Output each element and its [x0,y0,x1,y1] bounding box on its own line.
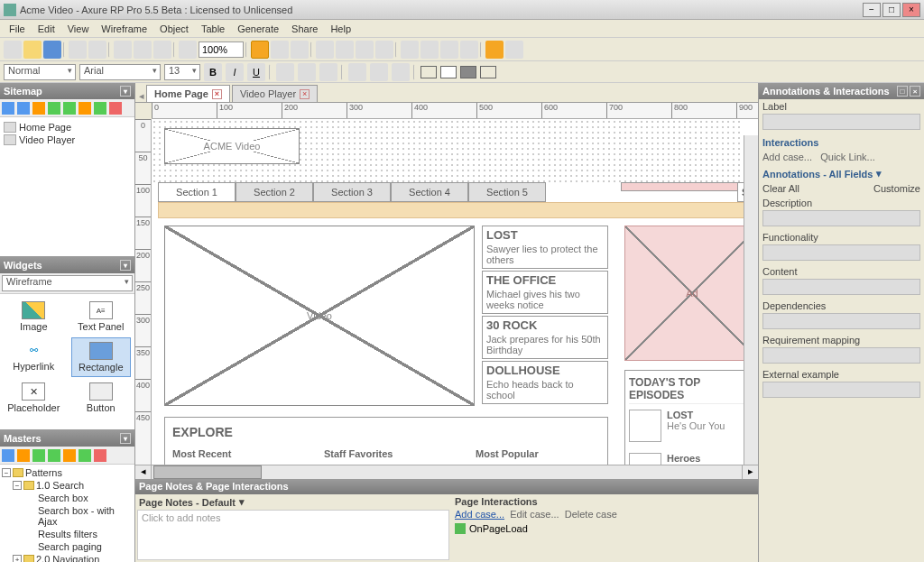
group-button[interactable] [420,41,439,59]
tree-leaf[interactable]: Search box [2,492,133,504]
add-case-link[interactable]: Add case... [455,509,504,520]
ann-field[interactable] [762,347,920,364]
notes-textarea[interactable]: Click to add notes [137,510,449,560]
save-button[interactable] [43,41,61,59]
widget-rectangle[interactable]: Rectangle [71,337,132,377]
italic-button[interactable]: I [226,63,244,81]
menu-view[interactable]: View [62,22,95,36]
font-combo[interactable]: Arial [79,64,161,80]
maximize-button[interactable]: □ [882,3,901,17]
valign-bottom[interactable] [392,63,410,81]
search-button[interactable] [109,102,122,115]
distribute-button[interactable] [401,41,419,59]
ann-field[interactable] [762,313,920,329]
wireframe-canvas[interactable]: ACME Video Section 1 Section 2 Section 3… [152,119,758,465]
underline-button[interactable]: U [247,63,265,81]
menu-edit[interactable]: Edit [32,22,60,36]
document-tab-active[interactable]: Home Page× [146,85,230,102]
ann-all-fields[interactable]: Annotations - All Fields [762,169,873,180]
ann-field[interactable] [762,279,920,295]
align-top-button[interactable] [375,41,393,59]
text-align-right[interactable] [319,63,337,81]
widget-textpanel[interactable]: A≡Text Panel [71,298,132,336]
wf-search-field[interactable] [621,182,738,191]
close-button[interactable]: × [902,3,920,17]
menu-generate[interactable]: Generate [232,22,284,36]
widget-image[interactable]: Image [4,298,64,336]
wf-explore[interactable]: EXPLORE Most Recent Staff Favorites Most… [164,417,608,465]
tree-node[interactable]: −1.0 Search [2,479,133,492]
tree-leaf[interactable]: Search paging [2,540,133,553]
horizontal-scrollbar[interactable]: ◂ ▸ [135,465,758,479]
ann-close[interactable]: × [910,86,920,97]
sitemap-item[interactable]: Home Page [4,121,131,134]
customize[interactable]: Customize [873,183,920,194]
tree-node[interactable]: −Patterns [2,466,133,479]
order-button[interactable] [460,41,478,59]
tree-leaf[interactable]: Results filters [2,528,133,540]
menu-wireframe[interactable]: Wireframe [96,22,152,36]
wf-ad[interactable]: Ad [624,226,758,361]
new-button[interactable] [4,41,22,59]
wf-nav-bar[interactable] [158,202,758,218]
menu-help[interactable]: Help [325,22,356,36]
undo-button[interactable] [69,41,87,59]
close-tab-icon[interactable]: × [300,89,310,99]
menu-table[interactable]: Table [196,22,230,36]
add-page-button[interactable] [2,102,14,115]
publish-button[interactable] [505,41,523,59]
delete-button[interactable] [94,102,106,115]
align-right-button[interactable] [356,41,374,59]
preview-button[interactable] [485,41,504,59]
sitemap-item[interactable]: Video Player [4,134,131,146]
style-combo[interactable]: Normal [4,64,76,80]
align-center-button[interactable] [336,41,354,59]
sitemap-collapse[interactable]: ▾ [120,86,131,97]
pointer-button[interactable] [271,41,289,59]
master-outdent[interactable] [79,449,91,462]
tree-leaf[interactable]: Search box - with Ajax [2,504,133,528]
ann-label-field[interactable] [762,114,920,130]
indent-button[interactable] [63,102,76,115]
wf-teaser[interactable]: DOLLHOUSEEcho heads back to school [482,361,608,404]
wf-teaser[interactable]: LOSTSawyer lies to protect the others [482,226,608,269]
ann-field[interactable] [762,244,920,261]
widgets-collapse[interactable]: ▾ [120,260,131,271]
clear-all[interactable]: Clear All [762,183,799,194]
wf-section-tab[interactable]: Section 4 [391,182,468,202]
redo-button[interactable] [88,41,106,59]
add-folder-button[interactable] [17,102,30,115]
cut-button[interactable] [114,41,132,59]
move-down-button[interactable] [48,102,60,115]
outdent-button[interactable] [79,102,91,115]
ann-min[interactable]: □ [897,86,908,97]
line-style[interactable] [480,66,496,78]
copy-button[interactable] [134,41,152,59]
minimize-button[interactable]: − [863,3,881,17]
text-align-center[interactable] [298,63,316,81]
delete-case-link[interactable]: Delete case [565,509,617,520]
widget-button[interactable]: Button [71,379,132,417]
master-indent[interactable] [63,449,76,462]
menu-file[interactable]: File [4,22,31,36]
widget-hyperlink[interactable]: ⚯Hyperlink [4,337,64,377]
wf-section-tab[interactable]: Section 5 [468,182,546,202]
close-tab-icon[interactable]: × [212,89,222,99]
master-add[interactable] [2,449,14,462]
ann-field[interactable] [762,210,920,226]
widget-library-combo[interactable]: Wireframe [2,275,133,291]
master-folder[interactable] [17,449,30,462]
ungroup-button[interactable] [440,41,458,59]
align-left-button[interactable] [316,41,334,59]
select-mode-button[interactable] [251,41,269,59]
widget-placeholder[interactable]: ✕Placeholder [4,379,64,417]
masters-collapse[interactable]: ▾ [120,433,131,444]
tree-node[interactable]: +2.0 Navigation [2,553,133,562]
wf-video-player[interactable]: Video [164,226,475,406]
menu-object[interactable]: Object [154,22,194,36]
add-case[interactable]: Add case... [762,152,812,162]
wf-section-tab[interactable]: Section 2 [236,182,313,202]
wf-episodes-box[interactable]: TODAY'S TOP EPISODES LOSTHe's Our You He… [624,370,758,465]
menu-share[interactable]: Share [286,22,323,36]
text-align-left[interactable] [276,63,294,81]
